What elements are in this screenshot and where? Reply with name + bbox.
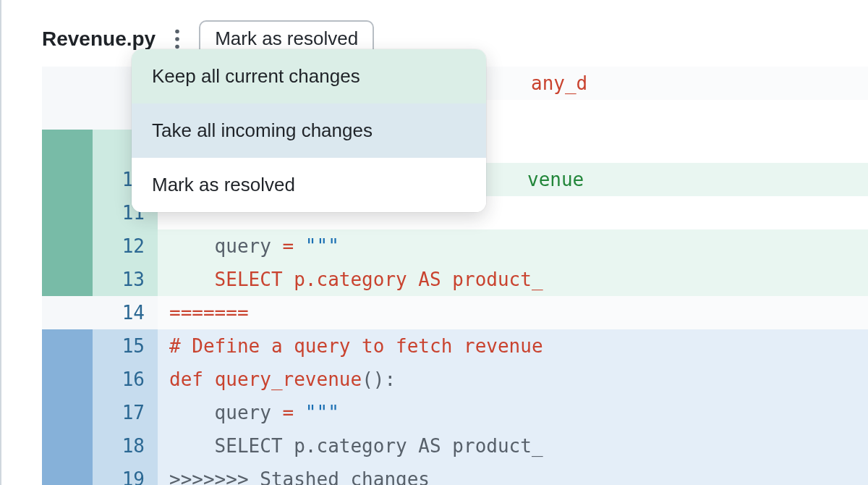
code-line: 13 SELECT p.category AS product_ [42, 263, 868, 296]
code-text: def query_revenue(): [158, 363, 868, 396]
code-text: ======= [158, 296, 868, 329]
svg-point-2 [175, 44, 179, 48]
line-number: 12 [93, 229, 158, 263]
file-name: Revenue.py [42, 28, 156, 51]
line-number: 14 [93, 296, 158, 329]
code-line: 17 query = """ [42, 396, 868, 429]
code-line: 18 SELECT p.category AS product_ [42, 429, 868, 463]
line-number: 17 [93, 396, 158, 429]
kebab-icon [174, 29, 180, 49]
line-number: 19 [93, 463, 158, 485]
code-line: 12 query = """ [42, 229, 868, 263]
code-line: 14======= [42, 296, 868, 329]
code-line: 19>>>>>>> Stashed changes [42, 463, 868, 485]
code-text: query = """ [158, 229, 868, 263]
code-text: SELECT p.category AS product_ [158, 263, 868, 296]
line-number: 13 [93, 263, 158, 296]
code-text: query = """ [158, 396, 868, 429]
dropdown-item-take-incoming[interactable]: Take all incoming changes [132, 104, 486, 158]
line-number: 15 [93, 329, 158, 363]
more-options-button[interactable] [167, 29, 187, 49]
code-text: # Define a query to fetch revenue [158, 329, 868, 363]
code-line: 16def query_revenue(): [42, 363, 868, 396]
svg-point-0 [175, 29, 179, 33]
code-text: >>>>>>> Stashed changes [158, 463, 868, 485]
code-text: SELECT p.category AS product_ [158, 429, 868, 463]
dropdown-item-keep-current[interactable]: Keep all current changes [132, 49, 486, 104]
code-line: 15# Define a query to fetch revenue [42, 329, 868, 363]
svg-point-1 [175, 37, 179, 41]
dropdown-item-mark-resolved[interactable]: Mark as resolved [132, 158, 486, 212]
line-number: 18 [93, 429, 158, 463]
line-number: 16 [93, 363, 158, 396]
conflict-actions-dropdown: Keep all current changes Take all incomi… [132, 49, 486, 212]
